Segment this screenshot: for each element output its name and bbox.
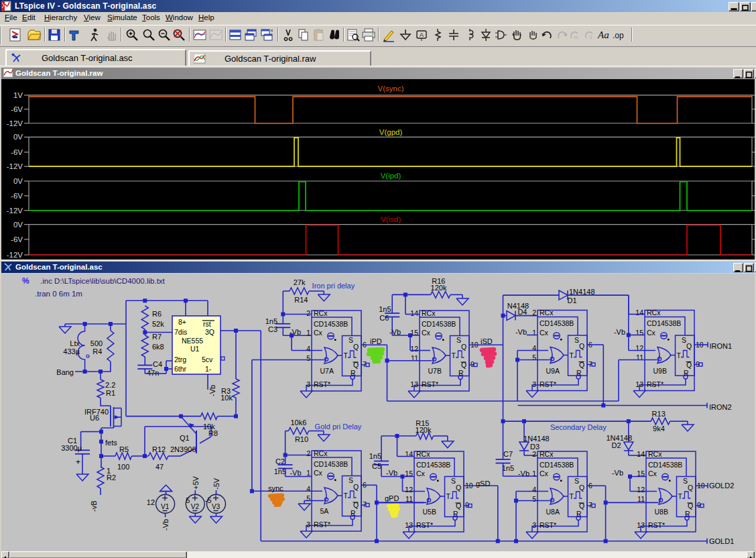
svg-text:4: 4	[306, 345, 310, 353]
svg-text:12: 12	[147, 498, 155, 506]
svg-text:A: A	[420, 32, 424, 38]
svg-text:S: S	[451, 477, 456, 485]
svg-text:RST*: RST*	[416, 521, 433, 529]
svg-text:S: S	[574, 477, 579, 485]
svg-text:Cx: Cx	[416, 469, 426, 478]
svg-text:9k4: 9k4	[653, 425, 665, 433]
svg-text:14: 14	[410, 309, 418, 317]
svg-text:T: T	[344, 351, 349, 359]
svg-text:+: +	[76, 457, 80, 467]
svg-text:T: T	[677, 351, 682, 359]
svg-text:gPD: gPD	[385, 494, 399, 502]
svg-text:5: 5	[532, 495, 536, 503]
svg-text:-Vb: -Vb	[162, 519, 170, 531]
svg-text:13: 13	[410, 380, 418, 388]
svg-text:iSD: iSD	[481, 337, 493, 345]
svg-text:13: 13	[635, 380, 643, 388]
svg-text:C6: C6	[379, 314, 389, 322]
svg-text:R7: R7	[152, 333, 162, 341]
svg-text:U6: U6	[90, 414, 99, 422]
svg-text:-Vb: -Vb	[614, 328, 625, 336]
svg-text:12: 12	[410, 345, 418, 353]
svg-text:0V: 0V	[13, 133, 23, 141]
svg-text:R6: R6	[152, 310, 162, 318]
svg-text:V2: V2	[191, 503, 200, 510]
svg-text:D4: D4	[517, 308, 527, 316]
svg-text:CD14538B: CD14538B	[422, 320, 456, 328]
svg-text:-12V: -12V	[7, 251, 23, 259]
svg-text:U9B: U9B	[653, 367, 667, 375]
svg-text:U1: U1	[190, 345, 200, 353]
svg-text:RCx: RCx	[422, 309, 436, 317]
svg-text:GOLD1: GOLD1	[709, 537, 734, 545]
svg-text:V(isd): V(isd)	[381, 215, 401, 223]
svg-text:Q: Q	[456, 484, 461, 492]
svg-text:V1: V1	[161, 503, 170, 510]
svg-text:0V: 0V	[13, 221, 23, 229]
svg-text:S: S	[682, 336, 686, 344]
svg-text:S: S	[456, 336, 461, 344]
svg-text:52k: 52k	[152, 320, 164, 328]
svg-text:RST*: RST*	[648, 521, 665, 529]
svg-text:1: 1	[532, 469, 536, 478]
svg-text:500: 500	[90, 339, 103, 347]
svg-text:Q: Q	[686, 342, 692, 350]
svg-text:U7A: U7A	[320, 367, 334, 375]
svg-text:Q1: Q1	[180, 434, 190, 442]
svg-text:RCx: RCx	[540, 309, 554, 317]
svg-text:Cx: Cx	[314, 469, 323, 477]
svg-text:Q: Q	[353, 483, 359, 491]
svg-text:1N4148: 1N4148	[569, 288, 595, 296]
svg-text:T: T	[570, 492, 574, 500]
svg-text:CD14538B: CD14538B	[314, 320, 348, 328]
svg-text:U5B: U5B	[423, 508, 436, 516]
svg-text:S: S	[349, 476, 353, 484]
svg-text:-Vb: -Vb	[208, 385, 216, 396]
svg-text:IRON2: IRON2	[709, 403, 732, 411]
svg-text:120k: 120k	[431, 284, 447, 292]
svg-text:RCx: RCx	[648, 450, 662, 458]
svg-text:C4: C4	[153, 360, 162, 368]
svg-text:V(gpd): V(gpd)	[379, 128, 403, 136]
svg-text:NE555: NE555	[182, 337, 203, 345]
svg-text:12: 12	[637, 486, 645, 494]
svg-text:R1: R1	[106, 389, 115, 397]
svg-text:-12V: -12V	[7, 207, 23, 215]
svg-text:U9A: U9A	[546, 367, 560, 375]
svg-text:C7: C7	[503, 450, 513, 458]
svg-text:RCx: RCx	[416, 450, 430, 458]
svg-text:-Vb: -Vb	[290, 469, 301, 477]
svg-text:-6V: -6V	[11, 105, 23, 113]
svg-text:V3: V3	[212, 503, 220, 510]
svg-text:-6V: -6V	[11, 192, 23, 200]
svg-text:Q: Q	[353, 343, 359, 351]
svg-text:D2: D2	[612, 441, 621, 449]
svg-text:T: T	[678, 492, 683, 500]
svg-text:RST*: RST*	[314, 380, 330, 388]
svg-text:T: T	[452, 351, 456, 359]
svg-text:Cx: Cx	[647, 329, 656, 337]
svg-text:R12: R12	[152, 445, 166, 453]
svg-text:S: S	[349, 336, 353, 344]
svg-text:S: S	[683, 477, 688, 485]
svg-text:R2: R2	[107, 473, 116, 482]
svg-text:GOLD2: GOLD2	[709, 482, 734, 490]
svg-text:CD14538B: CD14538B	[540, 319, 574, 327]
svg-text:3: 3	[306, 520, 310, 528]
svg-text:3: 3	[589, 34, 592, 40]
svg-text:m: m	[574, 34, 578, 40]
svg-text:RCx: RCx	[647, 309, 661, 317]
svg-text:1-: 1-	[205, 365, 212, 373]
svg-text:RST*: RST*	[422, 380, 438, 388]
svg-text:0V: 0V	[13, 177, 23, 185]
svg-text:Cx: Cx	[540, 469, 549, 478]
svg-text:6thr: 6thr	[174, 365, 187, 373]
svg-text:-Vb: -Vb	[389, 328, 401, 336]
svg-text:iPD: iPD	[370, 337, 382, 345]
svg-text:1V: 1V	[13, 91, 23, 99]
svg-text:-12V: -12V	[7, 119, 23, 127]
svg-text:T: T	[570, 351, 574, 359]
svg-text:10k6: 10k6	[291, 418, 307, 427]
svg-text:2: 2	[306, 449, 310, 457]
svg-text:gSD: gSD	[476, 480, 490, 488]
